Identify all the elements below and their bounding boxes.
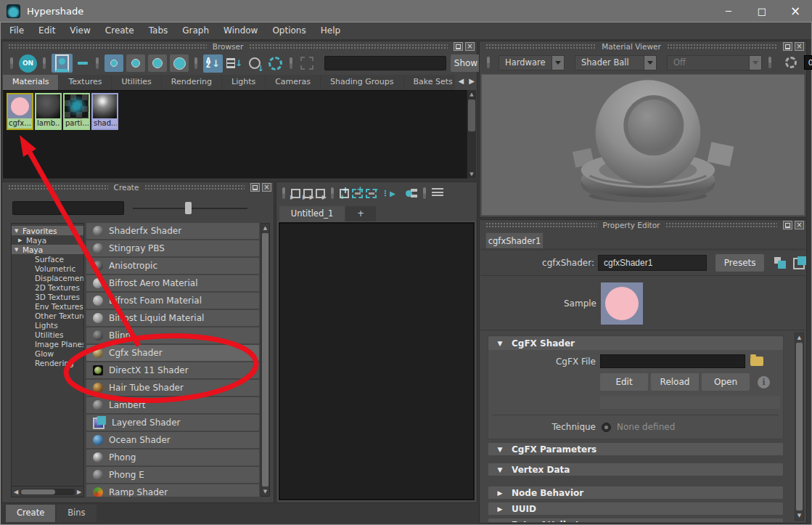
- swatch-shader[interactable]: shad...: [91, 93, 118, 130]
- menu-view[interactable]: View: [62, 23, 97, 39]
- material-preview-viewport[interactable]: [481, 74, 805, 216]
- section-vertex-data[interactable]: Vertex Data: [488, 463, 784, 476]
- section-extra-attributes[interactable]: Extra Attributes: [488, 518, 784, 522]
- show-input-connections-icon[interactable]: [291, 189, 300, 198]
- tab-cgfxshader1[interactable]: cgfxShader1: [485, 232, 544, 248]
- tab-bins[interactable]: Bins: [57, 505, 96, 522]
- open-button[interactable]: Open: [702, 373, 750, 391]
- swatch-canvas[interactable]: cgfx... lamb... parti... shad...: [3, 90, 467, 179]
- tab-cameras[interactable]: Cameras: [266, 75, 320, 90]
- tree-utilities[interactable]: Utilities: [12, 330, 83, 339]
- technique-radio[interactable]: [602, 423, 611, 432]
- section-cgfx-parameters[interactable]: CgFX Parameters: [488, 442, 784, 456]
- reload-button[interactable]: Reload: [651, 373, 699, 391]
- tab-untitled-1[interactable]: Untitled_1: [279, 206, 345, 222]
- scroll-left-icon[interactable]: ◀: [12, 489, 20, 495]
- tree-volumetric[interactable]: Volumetric: [12, 264, 83, 273]
- sample-swatch[interactable]: [601, 282, 643, 325]
- node-name-input[interactable]: [598, 255, 707, 271]
- tree-horizontal-scrollbar[interactable]: ◀ ▶: [11, 487, 84, 497]
- tree-displacement[interactable]: Displacement: [12, 273, 83, 282]
- swatch-size-xlarge-button[interactable]: [170, 54, 189, 72]
- remove-selected-from-graph-icon[interactable]: [366, 189, 377, 198]
- scroll-up-icon[interactable]: ▲: [795, 333, 803, 342]
- sort-order-button[interactable]: [226, 54, 243, 72]
- menu-options[interactable]: Options: [265, 23, 313, 39]
- shader-bifrost-liquid[interactable]: Bifrost Liquid Material: [86, 310, 259, 326]
- tab-bake-sets[interactable]: Bake Sets: [404, 75, 456, 90]
- shader-layered[interactable]: Layered Shader: [86, 415, 259, 431]
- shader-ocean[interactable]: Ocean Shader: [86, 432, 259, 448]
- sort-time-button[interactable]: [246, 54, 263, 72]
- tree-rendering[interactable]: Rendering: [12, 358, 83, 367]
- shader-bifrost-aero[interactable]: Bifrost Aero Material: [86, 275, 259, 291]
- show-output-connections-icon[interactable]: [316, 189, 325, 198]
- tree-other-textures[interactable]: Other Textures: [12, 311, 83, 320]
- show-button[interactable]: Show: [451, 54, 481, 72]
- presets-button[interactable]: Presets: [715, 254, 764, 272]
- shader-stingray-pbs[interactable]: Stingray PBS: [86, 240, 259, 256]
- scroll-up-icon[interactable]: ▲: [261, 224, 269, 232]
- refresh-render-icon[interactable]: [784, 55, 798, 70]
- panel-float-button[interactable]: [783, 42, 792, 51]
- show-in-lookdev-icon[interactable]: [793, 256, 806, 269]
- geometry-dropdown[interactable]: Shader Ball: [575, 55, 657, 70]
- clear-graph-icon[interactable]: [340, 189, 349, 198]
- swatch-scrollbar[interactable]: ▲ ▼: [467, 90, 476, 179]
- shader-directx-11[interactable]: DirectX 11 Shader: [86, 362, 259, 378]
- swatch-cgfx[interactable]: cgfx...: [7, 93, 33, 130]
- property-scrollbar[interactable]: ▲ ▼: [795, 333, 804, 521]
- menu-edit[interactable]: Edit: [31, 23, 62, 39]
- panel-close-button[interactable]: [465, 42, 475, 51]
- scrollbar-track[interactable]: [20, 489, 75, 495]
- swatch-size-large-button[interactable]: [148, 54, 167, 72]
- shader-cgfx-shader[interactable]: Cgfx Shader: [86, 345, 259, 361]
- scroll-down-icon[interactable]: ▼: [467, 170, 476, 179]
- tree-env-textures[interactable]: Env Textures: [12, 301, 83, 311]
- menu-create[interactable]: Create: [98, 23, 142, 39]
- scrollbar-thumb[interactable]: [796, 343, 803, 510]
- shader-ramp[interactable]: Ramp Shader: [86, 484, 259, 497]
- swatch-size-slider[interactable]: [133, 201, 247, 215]
- refresh-swatches-button[interactable]: [266, 54, 284, 72]
- pin-frame-button[interactable]: [298, 54, 316, 72]
- swatch-particle[interactable]: parti...: [63, 93, 90, 130]
- title-bar[interactable]: Hypershade ─ □ ×: [0, 0, 812, 22]
- scroll-right-icon[interactable]: ▶: [75, 489, 83, 495]
- swatch-size-medium-button[interactable]: [126, 54, 145, 72]
- section-uuid[interactable]: UUID: [488, 502, 784, 516]
- menu-file[interactable]: File: [2, 23, 31, 39]
- slider-handle[interactable]: [185, 202, 192, 214]
- panel-menu-icon[interactable]: [432, 188, 443, 198]
- create-filter-input[interactable]: [12, 201, 124, 215]
- tree-image-planes[interactable]: Image Planes: [12, 339, 83, 349]
- section-cgfx-shader[interactable]: CgFX Shader: [488, 336, 783, 350]
- node-display-mode-icon[interactable]: [400, 186, 417, 200]
- panel-float-button[interactable]: [454, 42, 463, 51]
- close-button[interactable]: ×: [779, 0, 812, 22]
- panel-float-button[interactable]: [783, 221, 792, 229]
- shader-blinn[interactable]: Blinn: [86, 327, 259, 343]
- tree-favorites[interactable]: Favorites: [12, 226, 83, 235]
- tab-new-graph[interactable]: +: [345, 206, 376, 222]
- tree-favorites-maya[interactable]: Maya: [12, 235, 83, 245]
- tab-lights[interactable]: Lights: [222, 75, 265, 90]
- rearrange-graph-icon[interactable]: [380, 186, 397, 200]
- chevron-down-icon[interactable]: [552, 55, 565, 70]
- node-graph-canvas[interactable]: [279, 222, 475, 500]
- panel-close-button[interactable]: [795, 42, 804, 51]
- shader-phong[interactable]: Phong: [86, 449, 259, 465]
- menu-window[interactable]: Window: [216, 23, 265, 39]
- tree-surface[interactable]: Surface: [12, 254, 83, 264]
- shader-shaderfx-shader[interactable]: Shaderfx Shader: [86, 223, 259, 239]
- cgfx-file-input[interactable]: [600, 354, 745, 368]
- browser-filter-input[interactable]: [324, 56, 446, 70]
- menu-graph[interactable]: Graph: [175, 23, 216, 39]
- scrollbar-thumb[interactable]: [21, 489, 55, 495]
- shader-list-scrollbar[interactable]: ▲ ▼: [261, 223, 270, 497]
- swatch-size-small-button[interactable]: [104, 54, 123, 72]
- tab-textures[interactable]: Textures: [59, 75, 111, 90]
- scroll-down-icon[interactable]: ▼: [261, 487, 269, 496]
- shader-phong-e[interactable]: Phong E: [86, 467, 259, 483]
- scrollbar-thumb[interactable]: [262, 233, 268, 487]
